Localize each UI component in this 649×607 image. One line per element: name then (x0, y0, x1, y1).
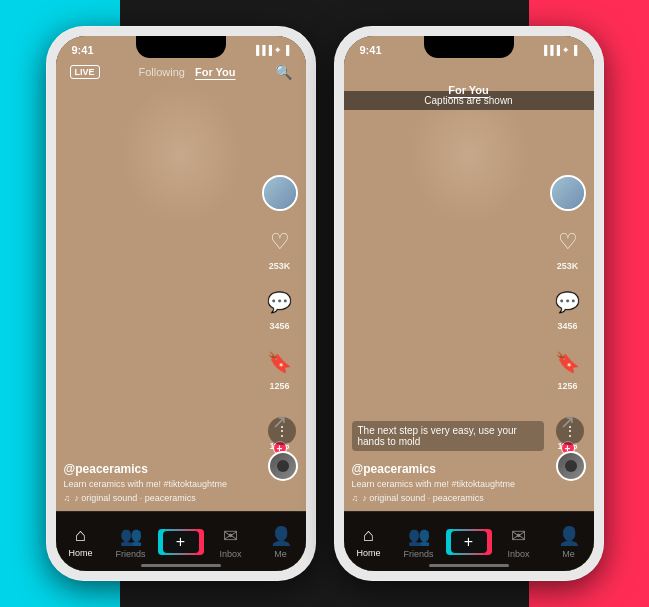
inbox-icon-2: ✉ (511, 525, 526, 547)
tab-me-1[interactable]: 👤 Me (256, 525, 306, 559)
sound-text-2[interactable]: ♪ original sound · peaceramics (362, 493, 484, 503)
bottom-info-2: @peaceramics Learn ceramics with me! #ti… (352, 462, 544, 503)
like-action-2[interactable]: ♡ 253K (551, 225, 585, 271)
friends-label-1: Friends (115, 549, 145, 559)
bookmark-count-1: 1256 (269, 381, 289, 391)
like-icon-2[interactable]: ♡ (551, 225, 585, 259)
nav-bar-2: For You (344, 84, 594, 96)
battery-icon-1: ▐ (283, 45, 289, 55)
tab-friends-1[interactable]: 👥 Friends (106, 525, 156, 559)
sound-row-2: ♫ ♪ original sound · peaceramics (352, 493, 544, 503)
phone-2-screen: 9:41 ▐▐▐ ⌖ ▐ Captions are shown For You (344, 36, 594, 571)
tab-bar-2: ⌂ Home 👥 Friends + ✉ Inbox (344, 511, 594, 571)
add-button-2[interactable]: + (449, 529, 489, 555)
tab-add-2[interactable]: + (444, 529, 494, 555)
tab-inbox-2[interactable]: ✉ Inbox (494, 525, 544, 559)
bookmark-action-1[interactable]: 🔖 1256 (263, 345, 297, 391)
sound-row-1: ♫ ♪ original sound · peaceramics (64, 493, 256, 503)
add-button-1[interactable]: + (161, 529, 201, 555)
right-actions-2: + ♡ 253K 💬 3456 🔖 1256 ↗ (550, 175, 586, 451)
bookmark-action-2[interactable]: 🔖 1256 (551, 345, 585, 391)
home-indicator-1 (141, 564, 221, 567)
avatar-container-2: + (550, 175, 586, 211)
battery-icon-2: ▐ (571, 45, 577, 55)
comment-icon-1[interactable]: 💬 (263, 285, 297, 319)
friends-icon-1: 👥 (120, 525, 142, 547)
tab-home-2[interactable]: ⌂ Home (344, 525, 394, 558)
inbox-icon-1: ✉ (223, 525, 238, 547)
avatar-1[interactable] (262, 175, 298, 211)
like-action-1[interactable]: ♡ 253K (263, 225, 297, 271)
friends-icon-2: 👥 (408, 525, 430, 547)
search-icon-1[interactable]: 🔍 (275, 64, 292, 80)
status-time-1: 9:41 (72, 44, 94, 56)
nav-tabs-1: Following For You (139, 66, 236, 78)
comment-action-2[interactable]: 💬 3456 (551, 285, 585, 331)
home-label-2: Home (356, 548, 380, 558)
tab-bar-1: ⌂ Home 👥 Friends + ✉ Inbox (56, 511, 306, 571)
comment-count-1: 3456 (269, 321, 289, 331)
nav-tab-following-1[interactable]: Following (139, 66, 185, 78)
username-2[interactable]: @peaceramics (352, 462, 544, 476)
tab-home-1[interactable]: ⌂ Home (56, 525, 106, 558)
disc-icon-1 (268, 451, 298, 481)
inbox-label-1: Inbox (219, 549, 241, 559)
caption-overlay-2: The next step is very easy, use your han… (352, 421, 544, 451)
phone-1: 9:41 ▐▐▐ ⌖ ▐ LIVE Following For You 🔍 (46, 26, 316, 581)
phone-1-screen: 9:41 ▐▐▐ ⌖ ▐ LIVE Following For You 🔍 (56, 36, 306, 571)
bookmark-icon-2[interactable]: 🔖 (551, 345, 585, 379)
like-count-1: 253K (269, 261, 291, 271)
wifi-icon-2: ⌖ (563, 45, 568, 56)
status-time-2: 9:41 (360, 44, 382, 56)
live-badge-1[interactable]: LIVE (70, 65, 100, 79)
video-bg-2: 9:41 ▐▐▐ ⌖ ▐ Captions are shown For You (344, 36, 594, 571)
disc-icon-2 (556, 451, 586, 481)
username-1[interactable]: @peaceramics (64, 462, 256, 476)
bottom-right-icons-1: ⋮ (268, 417, 298, 481)
comment-action-1[interactable]: 💬 3456 (263, 285, 297, 331)
avatar-2[interactable] (550, 175, 586, 211)
me-label-1: Me (274, 549, 287, 559)
bookmark-icon-1[interactable]: 🔖 (263, 345, 297, 379)
dots-icon-1[interactable]: ⋮ (268, 417, 296, 445)
notch-2 (424, 36, 514, 58)
music-note-icon-1: ♫ (64, 493, 71, 503)
nav-tabs-2: For You (448, 84, 489, 96)
tab-me-2[interactable]: 👤 Me (544, 525, 594, 559)
add-icon-2: + (451, 531, 487, 553)
me-label-2: Me (562, 549, 575, 559)
comment-count-2: 3456 (557, 321, 577, 331)
signal-icon-1: ▐▐▐ (253, 45, 272, 55)
nav-bar-1: LIVE Following For You 🔍 (56, 64, 306, 80)
nav-tab-foryou-1[interactable]: For You (195, 66, 236, 78)
dots-icon-2[interactable]: ⋮ (556, 417, 584, 445)
me-icon-2: 👤 (558, 525, 580, 547)
sound-text-1[interactable]: ♪ original sound · peaceramics (74, 493, 196, 503)
comment-icon-2[interactable]: 💬 (551, 285, 585, 319)
home-icon-2: ⌂ (363, 525, 374, 546)
avatar-container-1: + (262, 175, 298, 211)
me-icon-1: 👤 (270, 525, 292, 547)
bookmark-count-2: 1256 (557, 381, 577, 391)
description-2: Learn ceramics with me! #tiktoktaughtme (352, 479, 544, 489)
tab-add-1[interactable]: + (156, 529, 206, 555)
description-1: Learn ceramics with me! #tiktoktaughtme (64, 479, 256, 489)
friends-label-2: Friends (403, 549, 433, 559)
wifi-icon-1: ⌖ (275, 45, 280, 56)
phone-2: 9:41 ▐▐▐ ⌖ ▐ Captions are shown For You (334, 26, 604, 581)
bottom-info-1: @peaceramics Learn ceramics with me! #ti… (64, 462, 256, 503)
right-actions-1: + ♡ 253K 💬 3456 🔖 1256 ↗ (262, 175, 298, 451)
home-indicator-2 (429, 564, 509, 567)
phones-container: 9:41 ▐▐▐ ⌖ ▐ LIVE Following For You 🔍 (46, 26, 604, 581)
notch-1 (136, 36, 226, 58)
like-icon-1[interactable]: ♡ (263, 225, 297, 259)
tab-friends-2[interactable]: 👥 Friends (394, 525, 444, 559)
status-icons-2: ▐▐▐ ⌖ ▐ (541, 45, 578, 56)
tab-inbox-1[interactable]: ✉ Inbox (206, 525, 256, 559)
home-icon-1: ⌂ (75, 525, 86, 546)
inbox-label-2: Inbox (507, 549, 529, 559)
add-icon-1: + (163, 531, 199, 553)
signal-icon-2: ▐▐▐ (541, 45, 560, 55)
bottom-right-icons-2: ⋮ (556, 417, 586, 481)
nav-tab-foryou-2[interactable]: For You (448, 84, 489, 96)
